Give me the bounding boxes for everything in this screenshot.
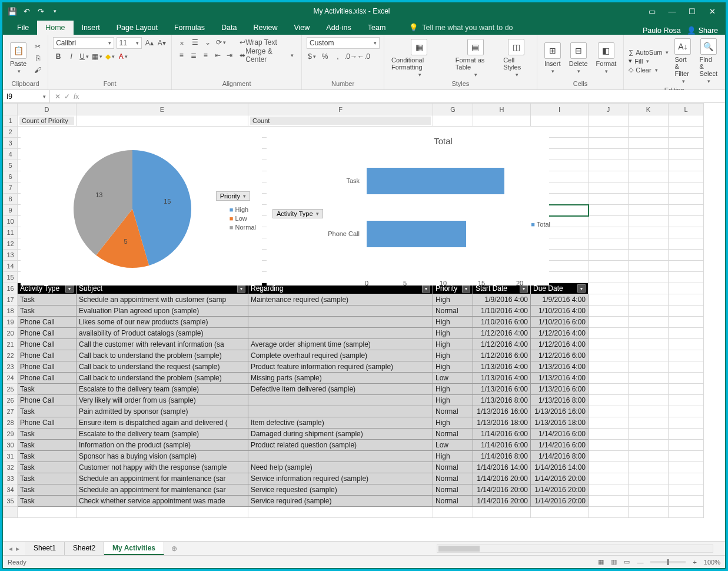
redo-icon[interactable]: ↷ [36,6,45,16]
table-cell[interactable]: Sponsor has a buying vision (sample) [77,451,248,462]
cell[interactable] [531,507,589,518]
activity-type-filter-button[interactable]: Activity Type ▾ [272,209,323,218]
table-cell[interactable]: High [433,350,473,361]
format-cells-button[interactable]: ◧Format▾ [594,41,619,75]
cell[interactable] [248,507,433,518]
cell[interactable] [629,115,669,127]
table-cell[interactable]: Task [18,306,77,317]
table-cell[interactable]: 1/13/2016 18:00 [531,417,589,429]
cell[interactable] [669,194,704,205]
table-cell[interactable]: Pain admitted by sponsor (sample) [77,406,248,417]
sheet-tab-sheet1[interactable]: Sheet1 [25,542,65,555]
row-header[interactable]: 2 [4,127,18,138]
row-header[interactable]: 35 [4,496,18,507]
pie-chart[interactable]: 15513Priority ▾■ High■ Low■ Normal [21,127,262,286]
cell[interactable] [629,462,669,473]
table-cell[interactable]: Call the customer with relevant informat… [77,339,248,350]
decrease-decimal-icon[interactable]: ←.0 [358,51,369,62]
row-header[interactable]: 24 [4,373,18,384]
tab-insert[interactable]: Insert [74,21,108,35]
table-cell[interactable]: High [433,339,473,350]
horizontal-scrollbar[interactable] [437,545,713,553]
cell[interactable] [589,417,629,429]
sort-filter-button[interactable]: A↓Sort & Filter▾ [672,37,693,85]
orientation-icon[interactable]: ⟳▾ [215,37,226,48]
row-header[interactable]: 29 [4,429,18,440]
row-header[interactable]: 10 [4,216,18,227]
table-cell[interactable]: Phone Call [18,350,77,361]
col-header[interactable]: L [669,104,704,115]
cell[interactable] [669,127,704,138]
row-header[interactable]: 13 [4,250,18,261]
table-cell[interactable] [248,451,433,462]
tab-view[interactable]: View [285,21,318,35]
table-cell[interactable]: Low [433,373,473,384]
cell[interactable] [669,417,704,429]
cell[interactable] [629,484,669,496]
increase-decimal-icon[interactable]: .0→ [345,51,356,62]
cell[interactable] [669,328,704,339]
table-cell[interactable]: Item defective (sample) [248,417,433,429]
table-cell[interactable]: Customer not happy with the response (sa… [77,462,248,473]
table-cell[interactable]: 1/12/2016 6:00 [473,350,531,361]
row-header[interactable]: 3 [4,138,18,149]
format-painter-icon[interactable]: 🖌 [32,65,43,75]
view-pagebreak-icon[interactable]: ▭ [624,558,630,566]
cell[interactable] [589,328,629,339]
table-cell[interactable]: 1/14/2016 20:00 [531,484,589,496]
cell[interactable] [589,227,629,238]
row-header[interactable]: 33 [4,473,18,484]
align-bottom-icon[interactable]: ⌄ [202,37,213,48]
font-size-combo[interactable]: 11▾ [117,37,142,49]
cell[interactable] [629,227,669,238]
table-cell[interactable]: Task [18,440,77,451]
table-cell[interactable]: Task [18,473,77,484]
cell[interactable] [629,451,669,462]
table-cell[interactable]: Call back to understand the problem (sam… [77,350,248,361]
table-cell[interactable] [248,328,433,339]
row-header[interactable]: 25 [4,384,18,395]
cell[interactable] [629,406,669,417]
paste-button[interactable]: 📋 Paste ▾ [8,41,29,75]
number-format-combo[interactable]: Custom▾ [307,37,380,49]
cell[interactable] [589,272,629,283]
view-normal-icon[interactable]: ▦ [598,558,604,566]
table-cell[interactable]: High [433,361,473,373]
cell[interactable] [589,373,629,384]
table-cell[interactable]: Ensure item is dispatched again and deli… [77,417,248,429]
cell[interactable] [589,361,629,373]
table-cell[interactable]: Missing parts (sample) [248,373,433,384]
cell[interactable] [669,160,704,171]
table-cell[interactable]: 1/14/2016 8:00 [531,451,589,462]
table-cell[interactable]: Service required (sample) [248,496,433,507]
table-cell[interactable]: Low [433,440,473,451]
insert-cells-button[interactable]: ⊞Insert▾ [542,41,563,75]
cell[interactable] [629,440,669,451]
new-sheet-icon[interactable]: ⊕ [164,545,184,553]
clear-button[interactable]: ◇ Clear▾ [629,66,669,74]
cell[interactable] [473,507,531,518]
cell[interactable] [629,306,669,317]
font-name-combo[interactable]: Calibri▾ [53,37,114,49]
tab-formulas[interactable]: Formulas [166,21,213,35]
tab-add-ins[interactable]: Add-ins [318,21,359,35]
table-cell[interactable]: Task [18,462,77,473]
conditional-formatting-button[interactable]: ▦Conditional Formatting▾ [389,38,450,79]
col-header[interactable] [4,104,18,115]
cell[interactable] [669,261,704,272]
cell[interactable] [629,317,669,328]
fx-icon[interactable]: fx [74,92,79,101]
view-layout-icon[interactable]: ▥ [611,558,617,566]
tab-review[interactable]: Review [245,21,285,35]
cell[interactable] [589,484,629,496]
fill-color-button[interactable]: ◆▾ [105,51,115,62]
cell[interactable] [589,395,629,406]
format-as-table-button[interactable]: ▤Format as Table▾ [453,38,497,79]
cell[interactable] [629,238,669,250]
cell[interactable] [589,473,629,484]
sheet-tab-my-activities[interactable]: My Activities [104,542,164,555]
row-header[interactable]: 28 [4,417,18,429]
cell[interactable] [669,484,704,496]
table-cell[interactable]: Normal [433,306,473,317]
table-cell[interactable]: Product related question (sample) [248,440,433,451]
